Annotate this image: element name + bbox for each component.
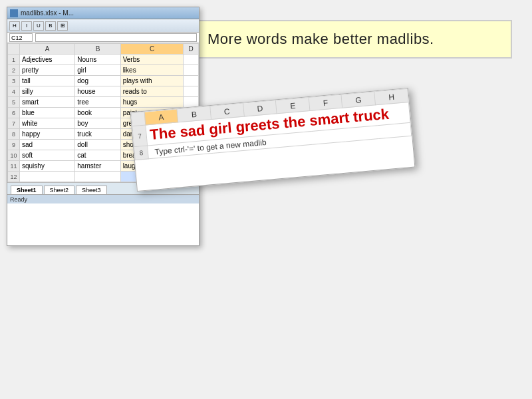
cell-r3c3[interactable]: reads to (120, 86, 184, 97)
toolbar-btn-1[interactable]: H (9, 21, 20, 31)
cell-r3c4[interactable] (184, 86, 199, 97)
row-num-3[interactable]: 4 (8, 86, 20, 97)
cell-r2c1[interactable]: tall (20, 76, 75, 86)
sheet-tab-1[interactable]: Sheet1 (11, 186, 43, 194)
row-num-7[interactable]: 8 (8, 129, 20, 140)
cell-r10c2[interactable]: hamster (75, 161, 120, 172)
table-row: 2prettygirllikes (8, 65, 199, 76)
table-row: 3talldogplays with (8, 76, 199, 86)
cell-ref-value: C12 (11, 35, 23, 41)
overlay-rownum-7: 7 (132, 125, 147, 147)
excel-title: madlibs.xlsx - M... (21, 9, 74, 17)
cell-r1c4[interactable] (184, 65, 199, 76)
cell-r7c1[interactable]: happy (20, 129, 75, 140)
col-header-c[interactable]: C (120, 44, 184, 55)
col-header-b[interactable]: B (75, 44, 120, 55)
table-row: 1AdjectivesNounsVerbs (8, 55, 199, 65)
toolbar-btn-3[interactable]: U (33, 21, 44, 31)
col-header-d[interactable]: D (184, 44, 199, 55)
excel-statusbar: Ready (7, 194, 199, 203)
cell-r0c1[interactable]: Adjectives (20, 55, 75, 65)
row-num-5[interactable]: 6 (8, 108, 20, 118)
row-num-4[interactable]: 5 (8, 97, 20, 108)
cell-r4c2[interactable]: tree (75, 97, 120, 108)
table-row: 4sillyhousereads to (8, 86, 199, 97)
cell-r0c4[interactable] (184, 55, 199, 65)
corner-cell (8, 44, 20, 55)
row-num-9[interactable]: 10 (8, 150, 20, 161)
cell-r1c1[interactable]: pretty (20, 65, 75, 76)
tagline-text: More words make better madlibs. (207, 31, 434, 47)
cell-r0c3[interactable]: Verbs (120, 55, 184, 65)
row-num-1[interactable]: 2 (8, 65, 20, 76)
cell-r4c3[interactable]: hugs (120, 97, 184, 108)
overlay-rownum-8: 8 (134, 146, 148, 160)
cell-r11c1[interactable] (20, 172, 75, 182)
sheet-tab-3[interactable]: Sheet3 (76, 186, 107, 194)
cell-r0c2[interactable]: Nouns (75, 55, 120, 65)
cell-r6c1[interactable]: white (20, 118, 75, 129)
cell-r8c2[interactable]: doll (75, 140, 120, 150)
excel-titlebar: madlibs.xlsx - M... (7, 7, 199, 19)
row-num-8[interactable]: 9 (8, 140, 20, 150)
cell-r5c2[interactable]: book (75, 108, 120, 118)
excel-toolbar: H I U B ⊞ (7, 19, 199, 33)
col-header-a[interactable]: A (20, 44, 75, 55)
toolbar-btn-4[interactable]: B (45, 21, 56, 31)
row-num-0[interactable]: 1 (8, 55, 20, 65)
cell-r2c3[interactable]: plays with (120, 76, 184, 86)
cell-r3c1[interactable]: silly (20, 86, 75, 97)
tagline-box: More words make better madlibs. (193, 20, 512, 59)
cell-r11c2[interactable] (75, 172, 120, 182)
row-num-11[interactable]: 12 (8, 172, 20, 182)
sheet-tab-2[interactable]: Sheet2 (44, 186, 75, 194)
toolbar-btn-2[interactable]: I (21, 21, 32, 31)
overlay-corner (131, 112, 145, 126)
cell-r2c4[interactable] (184, 76, 199, 86)
cell-r7c2[interactable]: truck (75, 129, 120, 140)
cell-r6c2[interactable]: boy (75, 118, 120, 129)
cell-r9c1[interactable]: soft (20, 150, 75, 161)
excel-icon (10, 9, 18, 17)
table-row: 5smarttreehugs (8, 97, 199, 108)
cell-r8c1[interactable]: sad (20, 140, 75, 150)
cell-r1c3[interactable]: likes (120, 65, 184, 76)
cell-r1c2[interactable]: girl (75, 65, 120, 76)
cell-ref-box[interactable]: C12 (9, 33, 33, 42)
cell-r10c1[interactable]: squishy (20, 161, 75, 172)
cell-r3c2[interactable]: house (75, 86, 120, 97)
row-num-2[interactable]: 3 (8, 76, 20, 86)
row-num-6[interactable]: 7 (8, 118, 20, 129)
status-text: Ready (10, 196, 27, 203)
cell-r5c1[interactable]: blue (20, 108, 75, 118)
formula-input[interactable] (35, 33, 197, 42)
cell-r2c2[interactable]: dog (75, 76, 120, 86)
cell-r9c2[interactable]: cat (75, 150, 120, 161)
excel-formulabar: C12 (7, 33, 199, 43)
row-num-10[interactable]: 11 (8, 161, 20, 172)
cell-r4c1[interactable]: smart (20, 97, 75, 108)
toolbar-btn-5[interactable]: ⊞ (57, 21, 68, 31)
